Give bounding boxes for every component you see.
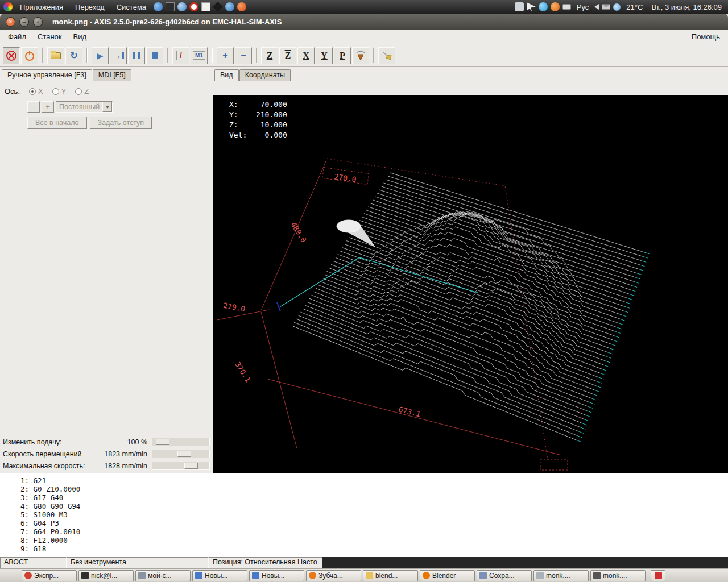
stop-button[interactable] [146,47,163,64]
perspective-view-button[interactable]: P [334,47,351,64]
gcode-line[interactable]: 7: G64 P0.0010 [20,527,728,536]
pause-button[interactable] [128,47,145,64]
taskbar-item[interactable]: nick@l... [78,570,134,581]
estop-button[interactable] [3,47,20,64]
reload-button[interactable]: ↻ [65,47,82,64]
impress-icon [24,572,32,579]
gcode-line[interactable]: 4: G80 G90 G94 [20,502,728,510]
menu-file[interactable]: Файл [2,31,32,43]
machine-power-button[interactable] [21,47,38,64]
taskbar-item[interactable]: Новы... [249,570,304,581]
tab-manual-control[interactable]: Ручное управление [F3] [2,69,92,81]
taskbar-item[interactable]: Зубча... [306,570,361,581]
taskbar-item[interactable]: Новы... [192,570,247,581]
feed-override-slider[interactable] [152,438,210,446]
minimize-window-button[interactable] [19,17,29,27]
openoffice-launcher-icon[interactable] [189,2,198,11]
blender-launcher-icon[interactable] [237,2,246,11]
search-tray-icon[interactable] [515,2,524,11]
taskbar-item[interactable]: Экспр... [22,570,77,581]
taskbar-item[interactable]: blend... [363,570,418,581]
tab-preview[interactable]: Вид [214,69,239,81]
web-browser-launcher-icon[interactable] [225,2,234,11]
tab-mdi[interactable]: MDI [F5] [93,69,131,81]
zoom-out-button[interactable]: − [235,47,252,64]
slider-thumb[interactable] [177,451,191,457]
optional-pause-toggle[interactable]: M1 [191,47,208,64]
weather-icon[interactable] [613,3,621,11]
system-menu[interactable]: Система [112,2,151,13]
gcode-line[interactable]: 3: G17 G40 [20,493,728,502]
gcode-line[interactable]: 5: S1000 M3 [20,510,728,519]
home-all-button[interactable]: Все в начало [27,117,87,129]
gcode-line[interactable]: 8: F12.0000 [20,536,728,544]
terminal-launcher-icon[interactable] [166,2,175,11]
axis-radio-z[interactable]: Z [75,87,89,95]
touch-off-button[interactable]: Задать отступ [90,117,152,129]
axis-radio-x[interactable]: X [29,87,43,95]
jog-speed-slider[interactable] [152,450,210,458]
top-view-button[interactable]: Z [261,47,278,64]
menu-help[interactable]: Помощь [686,31,726,43]
taskbar-item[interactable]: monk.... [533,570,589,581]
m1-icon: M1 [193,51,205,60]
step-button[interactable]: → [110,47,127,64]
toolpath-viewport[interactable]: 270.0 489.0 219.0 370.1 673.1 X: 70.000 [213,95,728,473]
jog-speed-row: Скорость перемещений 1823 mm/min [0,448,210,460]
text-editor-launcher-icon[interactable] [201,2,210,11]
taskbar-item[interactable]: monk.... [590,570,646,581]
gcode-line[interactable]: 6: G04 P3 [20,519,728,527]
maximize-window-button[interactable] [33,17,43,27]
taskbar-item[interactable]: мой-с... [135,570,191,581]
close-window-button[interactable] [6,17,15,27]
help-browser-icon[interactable] [177,2,187,11]
front-view-button[interactable]: Y [316,47,333,64]
combo-arrow-button[interactable] [102,102,112,112]
jog-minus-button[interactable]: - [27,101,40,113]
keyboard-layout-indicator[interactable]: Рус [574,3,592,11]
skype-tray-icon[interactable] [539,2,548,11]
toolbar-separator [256,48,257,63]
max-velocity-slider[interactable] [152,462,210,470]
taskbar-icon-button[interactable] [651,570,665,581]
applications-menu[interactable]: Приложения [15,2,68,13]
slider-thumb[interactable] [184,463,198,469]
run-button[interactable]: ▶ [92,47,109,64]
rotate-view-button[interactable] [352,47,369,64]
cursor-tray-icon[interactable] [527,2,536,11]
feed-override-value: 100 % [127,438,152,446]
gcode-line[interactable]: 1: G21 [20,476,728,485]
status-bar: АВОСТ Без инструмента Позиция: Относител… [0,557,728,568]
axis-radio-y[interactable]: Y [52,87,67,95]
firefox-launcher-icon[interactable] [154,2,163,11]
skip-lines-toggle[interactable]: / [172,47,189,64]
toolpath-preview[interactable]: 270.0 489.0 219.0 370.1 673.1 [213,95,728,473]
gcode-listing[interactable]: 1: G21 2: G0 Z10.0000 3: G17 G40 4: G80 … [0,473,728,557]
zoom-in-icon: + [222,51,228,60]
temperature-indicator[interactable]: 21°C [623,3,646,11]
taskbar-item[interactable]: Сохра... [477,570,532,581]
jog-mode-select[interactable]: Постоянный [56,101,113,113]
keyboard-icon[interactable] [562,4,571,10]
clock[interactable]: Вт., 3 июля, 16:26:09 [648,3,725,11]
mail-icon[interactable] [602,4,610,10]
clear-plot-button[interactable] [378,47,395,64]
zoom-in-button[interactable]: + [217,47,234,64]
jog-plus-button[interactable]: + [42,101,54,113]
menu-machine[interactable]: Станок [32,31,68,43]
taskbar-item[interactable]: Blender [420,570,475,581]
gcode-line[interactable]: 9: G18 [20,544,728,553]
tab-dro[interactable]: Координаты [239,69,291,81]
slider-thumb[interactable] [156,439,169,445]
rotated-top-view-button[interactable]: Z [279,47,296,64]
window-titlebar[interactable]: monk.png - AXIS 2.5.0-pre2-626-g402b6cd … [0,14,728,30]
gcode-line[interactable]: 2: G0 Z10.0000 [20,485,728,493]
places-menu[interactable]: Переход [71,2,109,13]
inkscape-launcher-icon[interactable] [213,2,223,12]
distro-menu-icon[interactable] [3,2,13,11]
menu-view[interactable]: Вид [68,31,93,43]
volume-icon[interactable] [594,4,599,10]
open-file-button[interactable] [47,47,64,64]
update-tray-icon[interactable] [551,2,560,11]
side-view-button[interactable]: X [297,47,315,64]
